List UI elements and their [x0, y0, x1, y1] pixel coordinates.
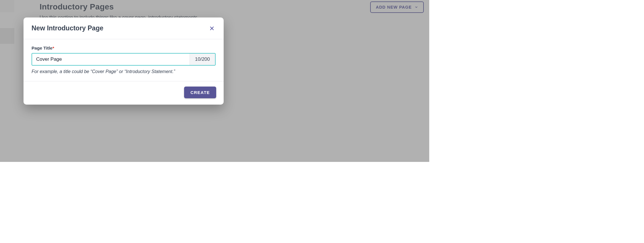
modal-header: New Introductory Page [24, 17, 224, 39]
modal-footer: CREATE [24, 81, 224, 105]
page-title-field: Page Title* 10/200 For example, a title … [32, 46, 216, 74]
modal-body: Page Title* 10/200 For example, a title … [24, 39, 224, 81]
page-title-label: Page Title* [32, 46, 54, 50]
char-counter: 10/200 [190, 54, 215, 65]
page-title-input[interactable] [32, 54, 190, 65]
page-title-label-text: Page Title [32, 46, 52, 50]
close-button[interactable] [208, 25, 216, 32]
page-title-input-wrap: 10/200 [32, 53, 216, 66]
close-icon [209, 26, 214, 31]
modal-title: New Introductory Page [32, 24, 103, 32]
required-mark: * [52, 46, 54, 50]
new-introductory-page-modal: New Introductory Page Page Title* 10/200… [24, 17, 224, 105]
page-title-hint: For example, a title could be “Cover Pag… [32, 69, 216, 74]
create-button[interactable]: CREATE [184, 87, 216, 98]
